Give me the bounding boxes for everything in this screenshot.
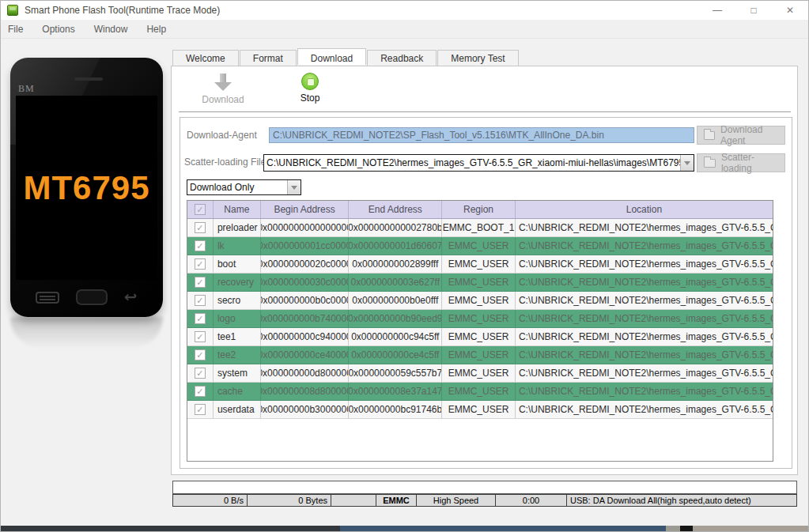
row-checkbox[interactable]: ✓	[195, 258, 206, 270]
tab-strip: Welcome Format Download Readback Memory …	[172, 50, 520, 66]
cell-begin-address: 0x000000000b0c0000	[261, 292, 350, 309]
download-agent-button[interactable]: Download Agent	[697, 126, 785, 145]
cell-begin-address: 0x00000000b3000000	[261, 401, 350, 418]
cell-begin-address: 0x0000000000000000	[261, 219, 350, 236]
cell-name: boot	[214, 255, 261, 273]
download-button[interactable]: Download	[187, 73, 259, 105]
download-agent-field[interactable]: C:\UNBRICK_REDMI_NOTE2\SP_Flash_Tool_v5.…	[269, 127, 694, 143]
scatter-loading-button[interactable]: Scatter-loading	[697, 153, 785, 172]
menu-help[interactable]: Help	[137, 20, 176, 38]
row-checkbox-cell[interactable]: ✓	[187, 255, 214, 273]
header-select-all-checkbox[interactable]: ✓	[187, 201, 214, 218]
cell-location: C:\UNBRICK_REDMI_NOTE2\hermes_images_GTV…	[516, 401, 773, 418]
table-body: ✓preloader0x00000000000000000x0000000000…	[187, 219, 773, 419]
row-checkbox[interactable]: ✓	[195, 331, 206, 342]
tab-memory-test[interactable]: Memory Test	[437, 50, 518, 66]
row-checkbox-cell[interactable]: ✓	[187, 328, 214, 345]
progress-bar	[172, 481, 797, 494]
cell-end-address: 0x000000000c94c5ff	[349, 328, 442, 345]
cell-end-address: 0x000000008e37a147	[349, 383, 442, 400]
row-checkbox-cell[interactable]: ✓	[187, 401, 214, 418]
column-header-begin-address[interactable]: Begin Address	[261, 201, 350, 218]
row-checkbox[interactable]: ✓	[195, 277, 206, 288]
download-groupbox: Download-Agent C:\UNBRICK_REDMI_NOTE2\SP…	[180, 117, 792, 469]
tab-readback[interactable]: Readback	[367, 50, 437, 66]
column-header-end-address[interactable]: End Address	[349, 201, 442, 218]
cell-end-address: 0x0000000001d60607	[349, 237, 442, 255]
row-checkbox-cell[interactable]: ✓	[187, 364, 214, 382]
menu-file[interactable]: File	[1, 20, 32, 38]
tab-download[interactable]: Download	[297, 48, 366, 65]
download-mode-select[interactable]: Download Only	[187, 179, 301, 195]
row-checkbox[interactable]: ✓	[195, 313, 206, 324]
scatter-loading-label: Scatter-loading File	[184, 157, 266, 168]
window-title: Smart Phone Flash Tool(Runtime Trace Mod…	[25, 5, 220, 16]
row-checkbox[interactable]: ✓	[195, 349, 206, 360]
row-checkbox[interactable]: ✓	[195, 222, 206, 233]
close-button[interactable]: ✕	[772, 1, 808, 20]
cell-begin-address: 0x00000000030c0000	[261, 274, 350, 291]
table-row[interactable]: ✓lk0x0000000001cc00000x0000000001d60607E…	[187, 237, 773, 255]
cell-end-address: 0x000000000ce4c5ff	[349, 346, 442, 364]
row-checkbox-cell[interactable]: ✓	[187, 274, 214, 291]
tab-welcome[interactable]: Welcome	[172, 50, 239, 66]
table-row[interactable]: ✓secro0x000000000b0c00000x000000000b0e0f…	[187, 292, 773, 310]
row-checkbox-cell[interactable]: ✓	[187, 292, 214, 309]
column-header-location[interactable]: Location	[516, 201, 773, 218]
phone-back-icon: ↩	[124, 289, 138, 306]
app-window: Smart Phone Flash Tool(Runtime Trace Mod…	[0, 0, 809, 532]
cell-region: EMMC_USER	[442, 292, 516, 309]
cell-location: C:\UNBRICK_REDMI_NOTE2\hermes_images_GTV…	[516, 274, 773, 291]
cell-begin-address: 0x0000000001cc0000	[261, 237, 350, 255]
table-row[interactable]: ✓tee10x000000000c9400000x000000000c94c5f…	[187, 328, 773, 346]
scatter-loading-button-label: Scatter-loading	[721, 152, 784, 174]
cell-begin-address: 0x00000000020c0000	[261, 255, 350, 273]
scatter-file-combobox[interactable]: C:\UNBRICK_REDMI_NOTE2\hermes_images_GTV…	[263, 154, 694, 172]
row-checkbox-cell[interactable]: ✓	[187, 237, 214, 255]
cell-name: recovery	[214, 274, 261, 291]
checkbox-check-icon: ✓	[195, 204, 206, 215]
maximize-button[interactable]: □	[735, 1, 772, 20]
row-checkbox[interactable]: ✓	[195, 386, 206, 397]
stop-button[interactable]: Stop	[274, 73, 346, 104]
menu-options[interactable]: Options	[32, 20, 84, 38]
row-checkbox[interactable]: ✓	[195, 240, 206, 251]
tab-format[interactable]: Format	[240, 50, 297, 66]
column-header-name[interactable]: Name	[214, 201, 261, 218]
row-checkbox-cell[interactable]: ✓	[187, 383, 214, 400]
cell-end-address: 0x0000000002899fff	[349, 255, 442, 273]
row-checkbox-cell[interactable]: ✓	[187, 346, 214, 364]
stop-icon	[301, 73, 319, 90]
cell-region: EMMC_USER	[442, 383, 516, 400]
row-checkbox-cell[interactable]: ✓	[187, 219, 214, 236]
row-checkbox-cell[interactable]: ✓	[187, 310, 214, 327]
row-checkbox[interactable]: ✓	[195, 295, 206, 306]
row-checkbox[interactable]: ✓	[195, 368, 206, 379]
cell-name: cache	[214, 383, 261, 400]
table-row[interactable]: ✓preloader0x00000000000000000x0000000000…	[187, 219, 773, 237]
download-arrow-icon	[214, 73, 232, 92]
cell-region: EMMC_USER	[442, 237, 516, 255]
table-row[interactable]: ✓tee20x000000000ce400000x000000000ce4c5f…	[187, 346, 773, 364]
table-row[interactable]: ✓cache0x000000008d8000000x000000008e37a1…	[187, 383, 773, 401]
cell-name: preloader	[214, 219, 261, 236]
chevron-down-icon[interactable]	[680, 155, 694, 171]
chevron-down-icon[interactable]	[287, 180, 301, 194]
download-tab-panel: Download Stop Download-Agent C:\UNBRICK_…	[171, 66, 798, 475]
table-row[interactable]: ✓recovery0x00000000030c00000x0000000003e…	[187, 274, 773, 292]
cell-location: C:\UNBRICK_REDMI_NOTE2\hermes_images_GTV…	[516, 219, 773, 236]
folder-icon	[704, 131, 715, 140]
cell-begin-address: 0x000000000ce40000	[261, 346, 350, 364]
row-checkbox[interactable]: ✓	[195, 404, 206, 415]
table-row[interactable]: ✓boot0x00000000020c00000x0000000002899ff…	[187, 255, 773, 274]
table-row[interactable]: ✓logo0x000000000b7400000x000000000b90eed…	[187, 310, 773, 328]
minimize-button[interactable]: —	[699, 1, 735, 20]
status-bar: 0 B/s 0 Bytes EMMC High Speed 0:00 USB: …	[172, 494, 797, 507]
table-row[interactable]: ✓system0x000000000d8000000x0000000059c55…	[187, 364, 773, 383]
cell-region: EMMC_USER	[442, 346, 516, 364]
table-row[interactable]: ✓userdata0x00000000b30000000x00000000bc9…	[187, 401, 773, 419]
column-header-region[interactable]: Region	[442, 201, 516, 218]
menu-window[interactable]: Window	[85, 20, 138, 38]
cell-begin-address: 0x000000008d800000	[261, 383, 350, 400]
cell-end-address: 0x000000000b0e0fff	[349, 292, 442, 309]
